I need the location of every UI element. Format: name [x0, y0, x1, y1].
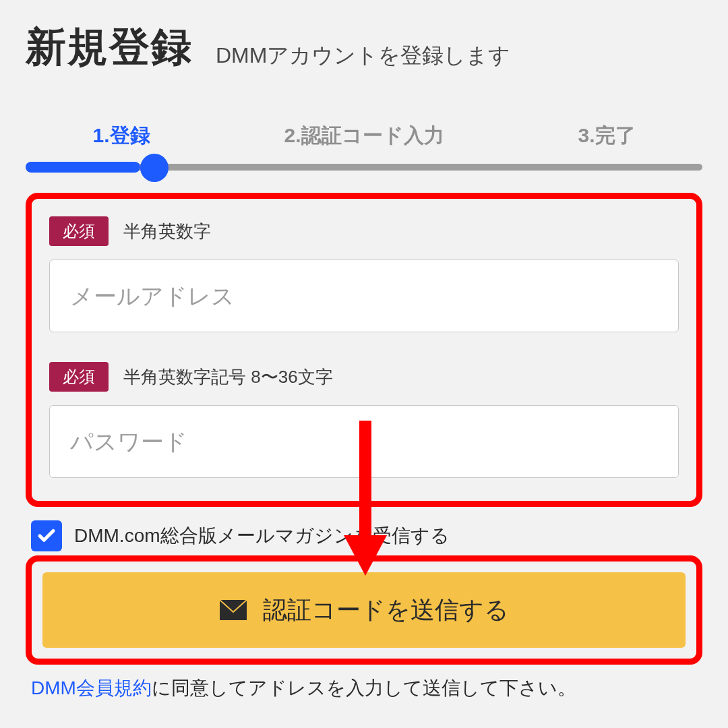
- check-icon: [36, 526, 57, 546]
- newsletter-checkbox[interactable]: [31, 520, 62, 551]
- step-1: 1.登録: [92, 122, 150, 150]
- required-badge: 必須: [49, 216, 109, 246]
- page-title: 新規登録: [26, 20, 193, 75]
- email-hint: 半角英数字: [123, 220, 211, 243]
- email-field[interactable]: [49, 260, 679, 332]
- progress-bar: [26, 162, 702, 173]
- newsletter-label: DMM.com総合版メールマガジンを受信する: [74, 523, 450, 549]
- step-3: 3.完了: [578, 122, 635, 150]
- terms-link[interactable]: DMM会員規約: [31, 677, 152, 698]
- terms-tail: に同意してアドレスを入力して送信して下さい。: [152, 677, 576, 698]
- send-code-label: 認証コードを送信する: [263, 594, 509, 627]
- password-field[interactable]: [49, 405, 679, 478]
- envelope-icon: [220, 600, 247, 620]
- password-hint: 半角英数字記号 8〜36文字: [123, 365, 333, 389]
- progress-steps: 1.登録 2.認証コード入力 3.完了: [26, 122, 702, 150]
- step-2: 2.認証コード入力: [284, 122, 444, 150]
- send-code-button[interactable]: 認証コードを送信する: [42, 572, 686, 648]
- page-subtitle: DMMアカウントを登録します: [216, 41, 510, 75]
- terms-text: DMM会員規約に同意してアドレスを入力して送信して下さい。: [31, 675, 702, 701]
- required-badge: 必須: [49, 362, 109, 392]
- form-highlight-box: 必須 半角英数字 必須 半角英数字記号 8〜36文字: [26, 193, 702, 507]
- submit-highlight-box: 認証コードを送信する: [26, 555, 702, 665]
